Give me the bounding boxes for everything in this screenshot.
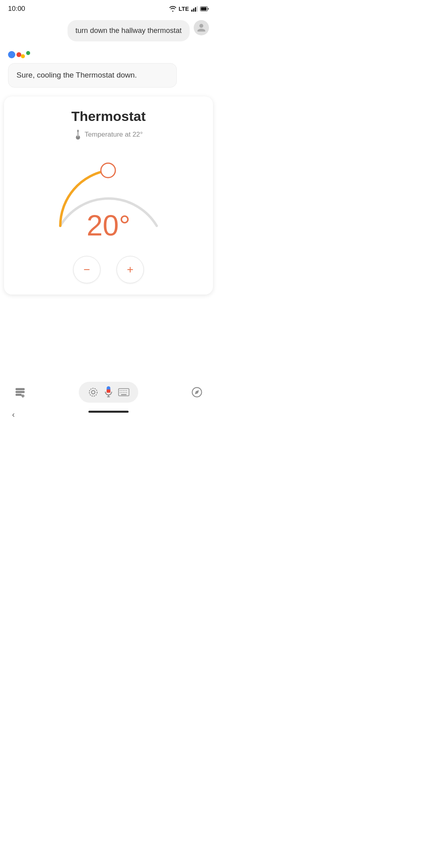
microphone-button[interactable]: [102, 386, 115, 399]
battery-icon: [200, 6, 209, 11]
menu-icon: [14, 387, 26, 398]
camera-search-icon: [88, 387, 98, 397]
compass-icon: [191, 387, 203, 398]
svg-rect-10: [16, 389, 25, 390]
input-pill: [79, 382, 138, 403]
temp-label-text: Temperature at 22°: [85, 131, 143, 139]
increment-label: +: [127, 264, 133, 275]
keyboard-icon: [118, 388, 129, 396]
google-dots: [8, 49, 209, 60]
status-time: 10:00: [8, 5, 25, 13]
thermostat-card: Thermostat Temperature at 22° 20° − +: [4, 96, 213, 295]
controls-row: − +: [73, 256, 144, 283]
svg-point-33: [196, 391, 198, 393]
dot-yellow: [21, 54, 25, 58]
signal-icon: [191, 6, 198, 12]
increment-button[interactable]: +: [117, 256, 144, 283]
user-avatar-icon: [197, 23, 206, 33]
dot-blue: [8, 51, 15, 58]
wifi-icon: [169, 6, 176, 12]
nav-bar: ‹: [0, 407, 217, 426]
assistant-message-text: Sure, cooling the Thermostat down.: [16, 70, 168, 81]
bottom-nav: [0, 377, 217, 407]
thermostat-card-title: Thermostat: [71, 108, 145, 124]
user-message-text: turn down the hallway thermostat: [76, 26, 182, 36]
svg-rect-2: [195, 7, 196, 12]
keyboard-button[interactable]: [118, 387, 129, 398]
svg-rect-3: [197, 6, 198, 12]
decrement-label: −: [84, 264, 90, 275]
svg-point-13: [92, 391, 95, 394]
assistant-message-row: Sure, cooling the Thermostat down.: [8, 49, 209, 88]
temp-label-row: Temperature at 22°: [74, 129, 143, 140]
user-avatar: [194, 20, 209, 35]
svg-point-9: [101, 163, 115, 178]
decrement-button[interactable]: −: [73, 256, 100, 283]
status-icons: LTE: [169, 6, 209, 12]
svg-rect-17: [106, 391, 110, 393]
status-bar: 10:00 LTE: [0, 0, 217, 16]
svg-rect-0: [191, 10, 192, 12]
svg-rect-8: [78, 132, 78, 137]
compass-button[interactable]: [188, 383, 206, 401]
svg-rect-11: [16, 391, 25, 393]
current-temperature: 20°: [87, 211, 131, 240]
home-indicator[interactable]: [88, 411, 129, 413]
user-message-row: turn down the hallway thermostat: [8, 20, 209, 41]
chat-area: turn down the hallway thermostat Sure, c…: [0, 16, 217, 92]
microphone-icon: [103, 386, 114, 399]
svg-rect-5: [201, 7, 207, 10]
svg-rect-1: [193, 8, 194, 12]
camera-search-button[interactable]: [88, 387, 99, 398]
lte-label: LTE: [179, 6, 189, 12]
assistant-message-bubble: Sure, cooling the Thermostat down.: [8, 63, 177, 88]
bottom-area: ‹: [0, 377, 217, 434]
user-message-bubble: turn down the hallway thermostat: [68, 20, 190, 41]
thermometer-icon: [74, 129, 82, 140]
svg-point-14: [89, 388, 97, 396]
menu-icon-button[interactable]: [11, 383, 29, 401]
dot-green: [26, 51, 30, 55]
thermostat-dial: 20°: [44, 147, 173, 228]
svg-rect-12: [16, 394, 22, 396]
